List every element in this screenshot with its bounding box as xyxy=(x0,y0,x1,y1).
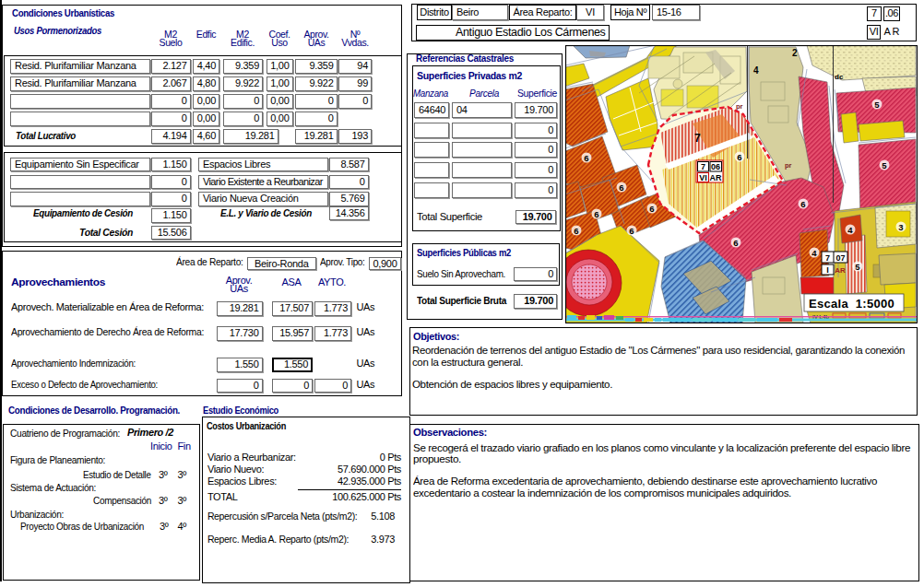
svg-text:5: 5 xyxy=(882,160,887,170)
svg-text:06: 06 xyxy=(711,162,720,171)
svg-text:6: 6 xyxy=(584,153,588,163)
svg-text:Escala 1:5000: Escala 1:5000 xyxy=(809,297,894,311)
svg-text:AR: AR xyxy=(835,266,846,275)
svg-text:6: 6 xyxy=(737,152,741,162)
svg-text:07: 07 xyxy=(835,253,845,263)
svg-text:2: 2 xyxy=(792,48,798,58)
svg-text:6: 6 xyxy=(649,204,654,214)
svg-text:7: 7 xyxy=(694,132,701,145)
svg-text:4: 4 xyxy=(847,225,853,235)
svg-text:6: 6 xyxy=(619,182,623,193)
svg-text:3: 3 xyxy=(898,222,903,232)
svg-text:6: 6 xyxy=(733,238,738,248)
svg-text:VI: VI xyxy=(699,173,707,182)
svg-text:6: 6 xyxy=(594,209,598,219)
svg-text:dc: dc xyxy=(835,73,844,81)
svg-text:5: 5 xyxy=(855,262,860,272)
svg-text:6: 6 xyxy=(800,199,805,209)
svg-text:7: 7 xyxy=(701,162,705,171)
svg-text:5: 5 xyxy=(874,100,880,110)
svg-text:pr: pr xyxy=(736,102,743,111)
svg-text:4: 4 xyxy=(753,65,759,76)
svg-text:I: I xyxy=(826,265,829,275)
svg-text:4: 4 xyxy=(811,248,817,258)
svg-text:6: 6 xyxy=(629,226,634,236)
svg-text:7: 7 xyxy=(825,253,830,263)
svg-text:pr: pr xyxy=(785,161,792,170)
svg-text:6: 6 xyxy=(574,226,578,236)
svg-text:AR: AR xyxy=(710,173,722,182)
